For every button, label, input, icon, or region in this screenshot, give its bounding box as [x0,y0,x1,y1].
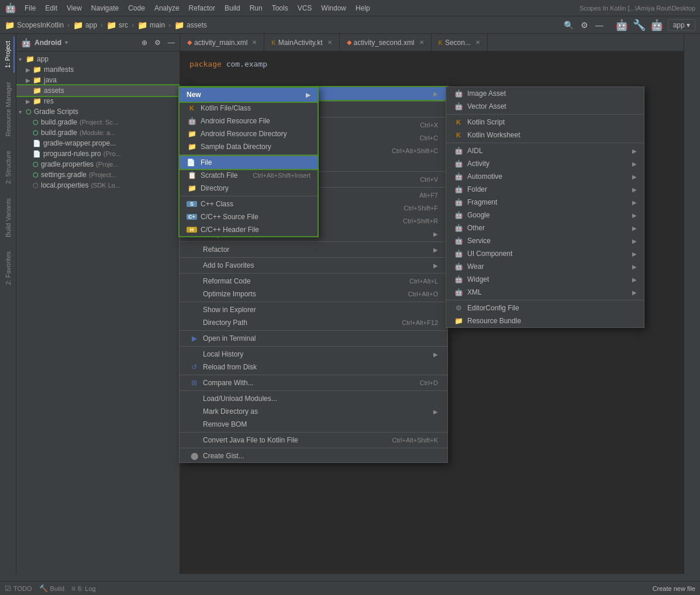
sr-kotlin-script[interactable]: K Kotlin Script [446,116,644,129]
project-tab[interactable]: 1: Project [2,36,15,72]
breadcrumb-src[interactable]: src [119,21,128,29]
menu-analyze[interactable]: Analyze [151,3,183,13]
sm-scratch[interactable]: 📋 Scratch File Ctrl+Alt+Shift+Insert [180,169,318,182]
sr-ui-component[interactable]: 🤖 UI Component [446,247,644,260]
status-todo[interactable]: ☑ TODO [5,584,32,593]
resource-manager-tab[interactable]: Resource Manager [2,77,14,141]
tree-item-manifests[interactable]: ▶ 📁 manifests [16,64,180,75]
cm-create-gist[interactable]: ⬤ Create Gist... [180,449,447,462]
sr-kotlin-worksheet[interactable]: K Kotlin Worksheet [446,129,644,141]
sr-image-asset[interactable]: 🤖 Image Asset [446,87,644,100]
cm-convert[interactable]: Convert Java File to Kotlin File Ctrl+Al… [180,434,447,447]
status-log[interactable]: ≡ 6: Log [71,584,96,593]
sr-resource-bundle[interactable]: 📁 Resource Bundle [446,314,644,327]
tree-item-gradle-props[interactable]: ⬡ gradle.properties (Proje... [16,159,180,169]
tree-item-wrapper[interactable]: 📄 gradle-wrapper.prope... [16,138,180,148]
cm-remove-bom[interactable]: Remove BOM [180,418,447,431]
menu-refactor[interactable]: Refactor [185,3,219,13]
sr-fragment[interactable]: 🤖 Fragment [446,196,644,209]
tree-item-proguard[interactable]: 📄 proguard-rules.pro (Pro... [16,148,180,159]
tree-item-res[interactable]: ▶ 📁 res [16,96,180,106]
breadcrumb-assets[interactable]: assets [187,21,207,29]
menu-tools[interactable]: Tools [268,3,292,13]
cm-load-modules[interactable]: Load/Unload Modules... [180,392,447,405]
sr-editorconfig[interactable]: ⚙ EditorConfig File [446,302,644,314]
menu-vcs[interactable]: VCS [294,3,316,13]
menu-window[interactable]: Window [318,3,350,13]
cm-dir-path[interactable]: Directory Path Ctrl+Alt+F12 [180,316,447,329]
sm-android-resource-file[interactable]: 🤖 Android Resource File [180,115,318,127]
cm-optimize[interactable]: Optimize Imports Ctrl+Alt+O [180,288,447,300]
build-variants-tab[interactable]: Build Variants [2,193,14,242]
cm-compare[interactable]: ⊞ Compare With... Ctrl+D [180,376,447,389]
submenu-new-title[interactable]: New ▶ [180,88,318,102]
cm-open-terminal[interactable]: ▶ Open in Terminal [180,332,447,345]
menu-file[interactable]: File [21,3,39,13]
toolbar-search-icon[interactable]: 🔍 [564,20,574,30]
sm-sample-data[interactable]: 📁 Sample Data Directory [180,140,318,153]
tree-item-build2[interactable]: ⬡ build.gradle (Module: a... [16,127,180,138]
sr-service[interactable]: 🤖 Service [446,234,644,247]
tab-close-2[interactable]: ✕ [327,39,332,46]
app-dropdown[interactable]: app ▾ [668,19,695,31]
cm-local-history[interactable]: Local History [180,348,447,361]
tab-close-3[interactable]: ✕ [419,39,424,46]
panel-gear-icon[interactable]: ⚙ [154,39,161,47]
panel-sync-icon[interactable]: ⊕ [142,39,147,47]
tree-item-local[interactable]: ⬡ local.properties (SDK Lo... [16,180,180,191]
tree-item-app[interactable]: ▾ 📁 app [16,54,180,64]
menu-view[interactable]: View [63,3,85,13]
sm-cpp-header[interactable]: H C/C++ Header File [180,223,318,236]
breadcrumb-main[interactable]: main [150,21,165,29]
sm-directory[interactable]: 📁 Directory [180,182,318,195]
menu-help[interactable]: Help [352,3,374,13]
cm-show-explorer[interactable]: Show in Explorer [180,303,447,316]
menu-build[interactable]: Build [221,3,244,13]
tab-close-1[interactable]: ✕ [252,39,257,46]
cm-refactor[interactable]: Refactor [180,243,447,256]
tree-item-gradle-scripts[interactable]: ▾ ⬡ Gradle Scripts [16,106,180,117]
dropdown-arrow[interactable]: ▾ [65,39,68,46]
sr-wear[interactable]: 🤖 Wear [446,260,644,273]
menu-navigate[interactable]: Navigate [88,3,122,13]
sr-other[interactable]: 🤖 Other [446,222,644,234]
tree-item-settings[interactable]: ⬡ settings.gradle (Project... [16,169,180,180]
sm-cpp-source[interactable]: C+ C/C++ Source File [180,210,318,223]
tree-item-build1[interactable]: ⬡ build.gradle (Project: Sc... [16,117,180,127]
breadcrumb-app[interactable]: app [85,21,97,29]
sm-file[interactable]: 📄 File [180,156,318,169]
tab-close-4[interactable]: ✕ [475,39,480,46]
structure-tab[interactable]: 2: Structure [2,146,14,189]
editorconfig-icon: ⚙ [453,304,464,312]
tab-activity-second[interactable]: ◆ activity_second.xml ✕ [340,34,432,51]
status-build[interactable]: 🔨 Build [39,584,64,593]
breadcrumb-scopesin[interactable]: ScopesInKotlin [17,21,64,29]
tab-activity-main[interactable]: ◆ activity_main.xml ✕ [180,34,264,51]
sm-kotlin-class[interactable]: K Kotlin File/Class [180,102,318,115]
menu-run[interactable]: Run [246,3,266,13]
toolbar-minimize-icon[interactable]: — [595,20,604,30]
tab-second-kt[interactable]: K Secon... ✕ [432,34,488,51]
sr-widget[interactable]: 🤖 Widget [446,273,644,286]
sm-cpp-class[interactable]: S C++ Class [180,198,318,210]
sr-folder[interactable]: 🤖 Folder [446,183,644,196]
sm-android-resource-dir[interactable]: 📁 Android Resource Directory [180,127,318,140]
cm-reload[interactable]: ↺ Reload from Disk [180,361,447,373]
cm-reformat[interactable]: Reformat Code Ctrl+Alt+L [180,275,447,288]
cm-add-favorites[interactable]: Add to Favorites [180,259,447,272]
tree-item-assets[interactable]: 📁 assets [16,85,180,96]
sr-vector-asset[interactable]: 🤖 Vector Asset [446,100,644,113]
toolbar-settings-icon[interactable]: ⚙ [581,20,588,30]
panel-collapse-icon[interactable]: — [168,39,175,47]
sr-aidl[interactable]: 🤖 AIDL [446,144,644,157]
sr-google[interactable]: 🤖 Google [446,209,644,222]
sr-activity[interactable]: 🤖 Activity [446,157,644,170]
tab-main-activity[interactable]: K MainActivity.kt ✕ [264,34,339,51]
menu-code[interactable]: Code [125,3,149,13]
tree-item-java[interactable]: ▶ 📁 java [16,75,180,85]
favorites-tab[interactable]: 2: Favorites [2,247,14,289]
sr-xml[interactable]: 🤖 XML [446,286,644,299]
menu-edit[interactable]: Edit [42,3,61,13]
sr-automotive[interactable]: 🤖 Automotive [446,170,644,183]
cm-mark-dir[interactable]: Mark Directory as [180,405,447,418]
